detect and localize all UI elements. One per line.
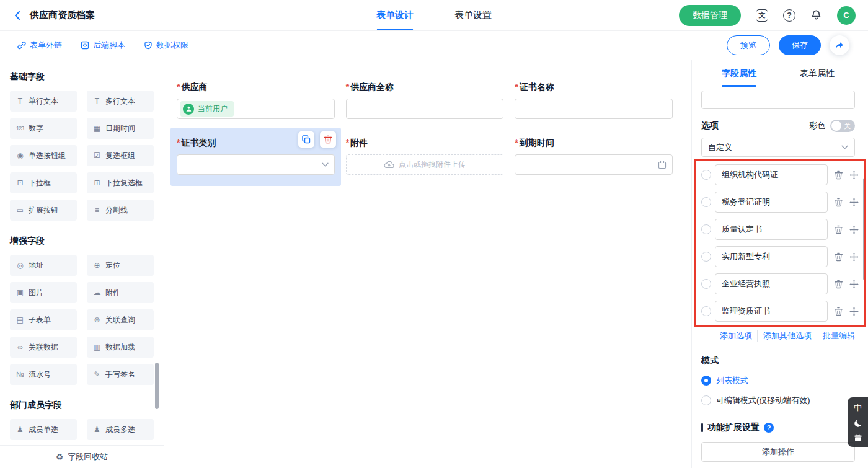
option-input[interactable] <box>715 219 828 240</box>
data-manage-button[interactable]: 数据管理 <box>679 5 741 26</box>
batch-edit-link[interactable]: 批量编辑 <box>817 330 855 342</box>
panel-partial-input[interactable] <box>701 91 855 109</box>
delete-field-button[interactable] <box>320 131 336 148</box>
delete-option-icon[interactable] <box>834 225 843 234</box>
dark-mode-icon[interactable] <box>854 419 862 428</box>
expire-date-input[interactable] <box>515 154 673 175</box>
move-option-icon[interactable] <box>849 252 859 262</box>
field-chip-multi-line-text[interactable]: T多行文本 <box>87 91 154 112</box>
field-chip-linked-data[interactable]: ∞关联数据 <box>10 337 77 358</box>
avatar[interactable]: C <box>837 6 856 25</box>
option-radio[interactable] <box>701 224 711 234</box>
field-chip-number[interactable]: 123数字 <box>10 118 77 139</box>
data-permission-link[interactable]: 数据权限 <box>144 40 188 51</box>
sidebar-scrollbar[interactable] <box>155 363 159 409</box>
tab-form-properties[interactable]: 表单属性 <box>800 60 835 87</box>
supplier-input[interactable]: 当前用户 <box>177 99 335 119</box>
delete-option-icon[interactable] <box>834 198 843 207</box>
option-radio[interactable] <box>701 170 711 180</box>
field-expire-date[interactable]: *到期时间 <box>515 136 673 175</box>
option-input[interactable] <box>715 164 828 185</box>
certtype-select[interactable] <box>177 154 335 175</box>
back-button[interactable] <box>12 10 24 21</box>
field-recycle-bin[interactable]: ♻ 字段回收站 <box>0 445 164 468</box>
language-toggle[interactable]: 中 <box>854 402 862 413</box>
field-chip-single-line-text[interactable]: T单行文本 <box>10 91 77 112</box>
field-chip-member-single[interactable]: ♟成员单选 <box>10 419 77 440</box>
field-label: 证书名称 <box>520 81 554 93</box>
option-source-select[interactable]: 自定义 <box>701 138 855 157</box>
add-option-link[interactable]: 添加选项 <box>720 330 752 342</box>
field-chip-attachment[interactable]: ☁附件 <box>87 282 154 303</box>
mode-option-list[interactable]: 列表模式 <box>701 375 855 386</box>
field-cert-name[interactable]: *证书名称 <box>515 81 673 119</box>
add-other-option-link[interactable]: 添加其他选项 <box>757 330 812 342</box>
move-option-icon[interactable] <box>849 225 859 234</box>
option-radio[interactable] <box>701 279 711 289</box>
tab-form-design[interactable]: 表单设计 <box>376 0 414 30</box>
option-radio[interactable] <box>701 252 711 262</box>
field-chip-checkbox-group[interactable]: ☑复选框组 <box>87 145 154 166</box>
field-supplier-fullname[interactable]: *供应商全称 <box>346 81 504 119</box>
panel-scrollbar[interactable] <box>863 178 866 280</box>
field-chip-select[interactable]: ⊡下拉框 <box>10 172 77 193</box>
field-chip-radio-group[interactable]: ◉单选按钮组 <box>10 145 77 166</box>
move-option-icon[interactable] <box>849 280 859 289</box>
field-chip-address[interactable]: ◎地址 <box>10 255 77 276</box>
delete-option-icon[interactable] <box>834 170 843 180</box>
field-chip-extend-button[interactable]: ▭扩展按钮 <box>10 200 77 221</box>
certname-input[interactable] <box>515 99 673 119</box>
translate-icon[interactable]: 文 <box>756 9 768 22</box>
gift-icon[interactable] <box>854 433 862 442</box>
field-chip-multi-select[interactable]: ⊞下拉复选框 <box>87 172 154 193</box>
calendar-icon: ▦ <box>92 124 102 133</box>
attachment-upload-area[interactable]: 点击或拖拽附件上传 <box>346 154 504 175</box>
field-cert-type-selected[interactable]: *证书类别 <box>177 136 335 175</box>
move-option-icon[interactable] <box>849 198 859 207</box>
help-icon[interactable]: ? <box>783 9 795 22</box>
copy-field-button[interactable] <box>298 131 314 148</box>
share-button[interactable] <box>830 35 849 55</box>
option-input[interactable] <box>715 273 828 294</box>
field-chip-image[interactable]: ▣图片 <box>10 282 77 303</box>
backend-script-link[interactable]: 后端脚本 <box>81 40 125 51</box>
signature-icon: ✎ <box>92 370 102 379</box>
field-chip-datetime[interactable]: ▦日期时间 <box>87 118 154 139</box>
tab-form-settings[interactable]: 表单设置 <box>454 0 492 30</box>
tab-field-properties[interactable]: 字段属性 <box>722 60 756 87</box>
field-chip-location[interactable]: ⊕定位 <box>87 255 154 276</box>
option-input[interactable] <box>715 301 828 322</box>
add-action-button[interactable]: 添加操作 <box>701 442 855 462</box>
bell-icon[interactable] <box>810 9 822 21</box>
preview-button[interactable]: 预览 <box>727 35 770 55</box>
field-chip-divider[interactable]: ≡分割线 <box>87 200 154 221</box>
mode-editable-radio[interactable] <box>701 395 711 405</box>
user-icon <box>183 104 194 115</box>
mode-option-editable[interactable]: 可编辑模式(仅移动端有效) <box>701 395 855 406</box>
save-button[interactable]: 保存 <box>779 35 821 55</box>
extension-help-icon[interactable]: ? <box>764 423 774 433</box>
field-attachment[interactable]: *附件 点击或拖拽附件上传 <box>346 136 504 175</box>
move-option-icon[interactable] <box>849 307 859 316</box>
fullname-input[interactable] <box>346 99 504 119</box>
delete-option-icon[interactable] <box>834 280 843 289</box>
option-input[interactable] <box>715 192 828 213</box>
field-chip-lookup[interactable]: ⊛关联查询 <box>87 309 154 330</box>
delete-option-icon[interactable] <box>834 307 843 316</box>
move-option-icon[interactable] <box>849 170 859 180</box>
field-supplier[interactable]: *供应商 当前用户 <box>177 81 335 119</box>
option-radio[interactable] <box>701 197 711 207</box>
option-radio[interactable] <box>701 306 711 316</box>
delete-option-icon[interactable] <box>834 252 843 262</box>
form-canvas[interactable]: *供应商 当前用户 *供应商全称 *证书名称 <box>164 60 691 468</box>
option-input[interactable] <box>715 246 828 267</box>
field-chip-data-load[interactable]: ▥数据加载 <box>87 337 154 358</box>
script-icon <box>81 41 89 50</box>
form-external-link[interactable]: 表单外链 <box>17 40 62 51</box>
field-chip-subform[interactable]: ▤子表单 <box>10 309 77 330</box>
field-chip-member-multi[interactable]: ♟成员多选 <box>87 419 154 440</box>
color-toggle[interactable]: 关 <box>830 120 855 132</box>
field-chip-serial-number[interactable]: №流水号 <box>10 364 77 385</box>
mode-list-radio[interactable] <box>701 376 711 386</box>
field-chip-signature[interactable]: ✎手写签名 <box>87 364 154 385</box>
